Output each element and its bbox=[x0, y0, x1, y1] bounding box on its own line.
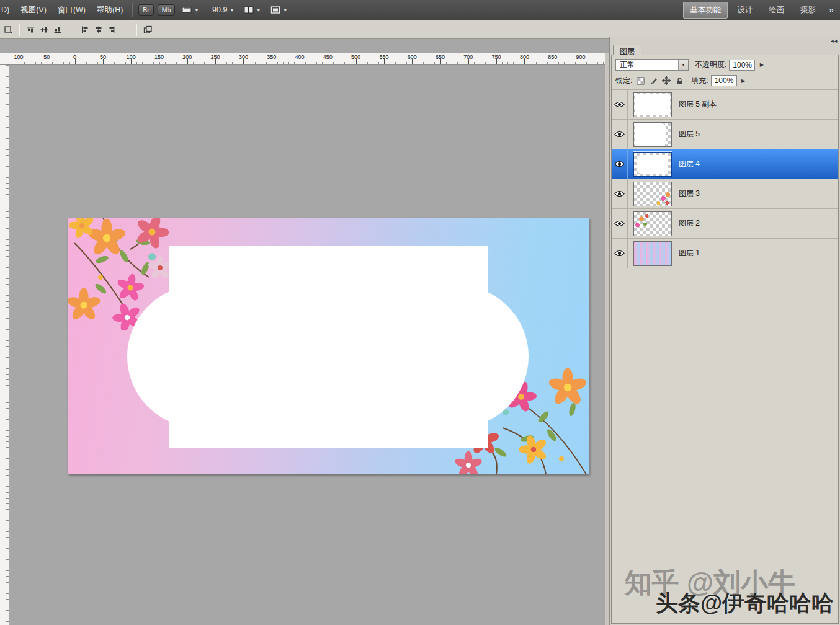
arrange-documents-button[interactable]: ▼ bbox=[239, 0, 266, 20]
ruler-tick-label: 850 bbox=[548, 54, 557, 60]
menu-item-help[interactable]: 帮助(H) bbox=[91, 0, 128, 20]
tool-preset-icon bbox=[4, 25, 13, 34]
ruler-tick-label: 600 bbox=[408, 54, 417, 60]
layer-thumbnail[interactable] bbox=[628, 241, 677, 266]
workspace-tab-design[interactable]: 设计 bbox=[730, 2, 759, 19]
options-separator bbox=[19, 24, 20, 36]
chevron-down-icon: ▼ bbox=[283, 8, 287, 12]
blend-mode-value: 正常 bbox=[620, 60, 635, 70]
layer-visibility-toggle[interactable] bbox=[612, 90, 628, 119]
layer-name[interactable]: 图层 5 副本 bbox=[677, 99, 717, 110]
screen-mode-icon bbox=[270, 6, 280, 14]
ruler-tick-label: 50 bbox=[43, 54, 50, 60]
launch-mini-bridge-button[interactable]: Mb bbox=[158, 4, 176, 16]
layer-thumbnail[interactable] bbox=[628, 92, 677, 117]
layer-visibility-toggle[interactable] bbox=[612, 120, 628, 149]
ruler-tick-label: 350 bbox=[267, 54, 276, 60]
ruler-tick-label: 300 bbox=[239, 54, 248, 60]
chevron-down-icon: ▼ bbox=[194, 8, 199, 12]
layer-row[interactable]: 图层 3 bbox=[612, 179, 838, 209]
layer-name[interactable]: 图层 2 bbox=[677, 218, 700, 229]
workspace-tab-painting[interactable]: 绘画 bbox=[762, 2, 791, 19]
menu-item-window[interactable]: 窗口(W) bbox=[52, 0, 91, 20]
eye-icon bbox=[614, 250, 625, 257]
align-bottom-edges-icon[interactable] bbox=[51, 24, 65, 36]
eye-icon bbox=[614, 220, 625, 227]
fill-input[interactable]: 100% bbox=[711, 75, 737, 86]
chevron-down-icon[interactable]: ▼ bbox=[678, 60, 688, 70]
fill-slider-arrow-icon[interactable]: ▶ bbox=[739, 75, 748, 86]
eye-icon bbox=[614, 131, 625, 138]
lock-transparency-icon[interactable] bbox=[635, 76, 646, 86]
canvas-area[interactable]: 1005005010015020025030035040045050055060… bbox=[0, 39, 609, 625]
layer-visibility-toggle[interactable] bbox=[612, 209, 628, 238]
workspace-switcher: 基本功能 设计 绘画 摄影 » bbox=[682, 0, 840, 20]
layer-row[interactable]: 图层 5 副本 bbox=[612, 90, 838, 120]
eye-icon bbox=[614, 161, 625, 167]
layer-name[interactable]: 图层 5 bbox=[677, 129, 700, 140]
ruler-tick-label: 50 bbox=[100, 54, 106, 60]
layer-name[interactable]: 图层 4 bbox=[677, 159, 700, 169]
fill-label: 填充: bbox=[691, 76, 708, 86]
layer-thumbnail[interactable] bbox=[628, 122, 677, 147]
ruler-tick-label: 100 bbox=[127, 54, 136, 60]
screen-mode-button[interactable]: ▼ bbox=[266, 0, 292, 20]
ruler-tick-label: 900 bbox=[576, 54, 585, 60]
layer-visibility-toggle[interactable] bbox=[612, 149, 628, 179]
arrange-documents-icon bbox=[244, 6, 254, 14]
workspace-tab-essentials[interactable]: 基本功能 bbox=[683, 2, 728, 19]
auto-align-layers-icon[interactable] bbox=[141, 24, 154, 36]
collapse-panels-icon[interactable]: ◄◄ bbox=[829, 38, 837, 44]
layer-name[interactable]: 图层 1 bbox=[677, 248, 700, 259]
layer-visibility-toggle[interactable] bbox=[612, 179, 628, 208]
panel-dock: ◄◄ 图层 正常 ▼ 不透明度: 100% ▶ 锁定: bbox=[609, 37, 840, 625]
align-horizontal-centers-icon[interactable] bbox=[92, 24, 105, 36]
align-right-edges-icon[interactable] bbox=[105, 24, 119, 36]
layer-row[interactable]: 图层 4 bbox=[612, 149, 838, 179]
opacity-slider-arrow-icon[interactable]: ▶ bbox=[757, 60, 766, 71]
workspace-overflow-icon[interactable]: » bbox=[824, 5, 840, 15]
layer-thumbnail[interactable] bbox=[628, 152, 677, 177]
vertical-ruler[interactable] bbox=[0, 65, 9, 625]
launch-bridge-button[interactable]: Br bbox=[138, 4, 154, 16]
eye-icon bbox=[614, 101, 625, 108]
blend-mode-select[interactable]: 正常 ▼ bbox=[615, 59, 689, 71]
view-extras-button[interactable]: ▼ bbox=[177, 0, 203, 20]
layer-row[interactable]: 图层 1 bbox=[612, 239, 838, 268]
layer-row[interactable]: 图层 2 bbox=[612, 209, 838, 239]
layer-name[interactable]: 图层 3 bbox=[677, 188, 700, 199]
align-vertical-centers-icon[interactable] bbox=[37, 24, 51, 36]
lock-all-icon[interactable] bbox=[674, 76, 685, 86]
ruler-tick-label: 400 bbox=[295, 54, 304, 60]
ruler-tick-label: 800 bbox=[520, 54, 529, 60]
panel-dock-header: ◄◄ bbox=[610, 37, 840, 45]
workspace-tab-photography[interactable]: 摄影 bbox=[793, 2, 823, 19]
zoom-level-control[interactable]: 90.9 ▼ bbox=[203, 0, 239, 20]
vertical-scrollbar[interactable] bbox=[605, 53, 609, 625]
menu-bar: D) 视图(V) 窗口(W) 帮助(H) Br Mb ▼ 90.9 ▼ ▼ ▼ … bbox=[0, 0, 840, 20]
opacity-input[interactable]: 100% bbox=[729, 60, 755, 71]
lock-image-icon[interactable] bbox=[648, 76, 659, 86]
layer-thumbnail[interactable] bbox=[628, 211, 677, 236]
ruler-tick-label: 750 bbox=[492, 54, 501, 60]
tool-options-bar bbox=[0, 20, 840, 39]
opacity-label: 不透明度: bbox=[695, 60, 726, 70]
ruler-origin-corner[interactable] bbox=[0, 53, 9, 65]
layer-row[interactable]: 图层 5 bbox=[612, 120, 838, 149]
menu-item-view[interactable]: 视图(V) bbox=[15, 0, 52, 20]
layers-panel-tab[interactable]: 图层 bbox=[613, 45, 641, 55]
lock-position-icon[interactable] bbox=[661, 76, 672, 86]
blend-mode-row: 正常 ▼ 不透明度: 100% ▶ bbox=[612, 55, 838, 73]
eye-icon bbox=[614, 190, 625, 197]
tool-preset-picker[interactable] bbox=[2, 24, 16, 36]
document-canvas[interactable] bbox=[68, 218, 589, 474]
layer-thumbnail[interactable] bbox=[628, 182, 677, 206]
layer-visibility-toggle[interactable] bbox=[612, 239, 628, 268]
horizontal-ruler[interactable]: 1005005010015020025030035040045050055060… bbox=[9, 53, 605, 65]
align-left-edges-icon[interactable] bbox=[78, 24, 92, 36]
menu-item-3d-clipped[interactable]: D) bbox=[0, 0, 15, 20]
ruler-tick-label: 150 bbox=[154, 54, 164, 60]
align-top-edges-icon[interactable] bbox=[24, 24, 37, 36]
ruler-tick-label: 250 bbox=[211, 54, 220, 60]
layers-panel: 正常 ▼ 不透明度: 100% ▶ 锁定: bbox=[611, 55, 839, 624]
